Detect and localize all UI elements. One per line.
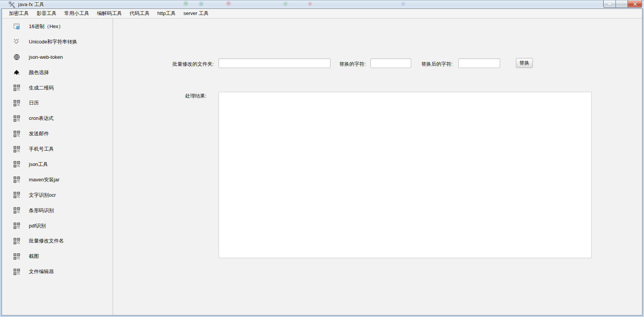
sidebar: 16进制（Hex） Unicode和字符串转换 json-web-token 颜… <box>2 18 112 315</box>
qr-code-icon <box>13 176 20 183</box>
qr-code-icon <box>13 192 20 198</box>
sidebar-item-generate-qrcode[interactable]: 生成二维码 <box>2 80 112 96</box>
window-controls <box>603 0 642 8</box>
qr-code-icon <box>13 146 20 153</box>
qr-code-icon <box>13 85 20 91</box>
main-panel: 批量修改的文件夹: 替换的字符: 替换后的字符: 替换 处理结果: <box>113 18 642 315</box>
qr-code-icon <box>13 222 20 229</box>
sidebar-item-ocr[interactable]: 文字识别ocr <box>2 188 112 203</box>
qr-code-icon <box>13 207 20 214</box>
menu-item-media-tools[interactable]: 影音工具 <box>33 9 60 18</box>
replace-chars-input[interactable] <box>458 58 500 68</box>
globe-icon <box>13 54 20 60</box>
sidebar-item-json-web-token[interactable]: json-web-token <box>2 50 112 65</box>
minimize-icon <box>608 3 611 5</box>
result-textarea[interactable] <box>219 92 592 258</box>
window-title: java-fx 工具 <box>18 1 44 8</box>
menu-bar: 加密工具 影音工具 常用小工具 编解码工具 代码工具 http工具 server… <box>2 9 642 18</box>
search-chars-label: 替换的字符: <box>339 61 366 68</box>
qr-code-icon <box>13 100 20 106</box>
sidebar-item-file-editor[interactable]: 文件编辑器 <box>2 264 112 279</box>
menu-item-encryption-tools[interactable]: 加密工具 <box>5 9 33 18</box>
sidebar-item-pdf-recognition[interactable]: pdf识别 <box>2 218 112 234</box>
sidebar-item-calendar[interactable]: 日历 <box>2 95 112 111</box>
titlebar[interactable]: java-fx 工具 <box>0 0 644 8</box>
crossed-tools-icon <box>8 1 15 8</box>
client-area: 加密工具 影音工具 常用小工具 编解码工具 代码工具 http工具 server… <box>2 8 642 315</box>
content-area: 16进制（Hex） Unicode和字符串转换 json-web-token 颜… <box>2 18 642 315</box>
qr-code-icon <box>13 238 20 244</box>
result-label: 处理结果: <box>185 93 207 100</box>
sidebar-item-phone-tools[interactable]: 手机号工具 <box>2 141 112 157</box>
minimize-button[interactable] <box>603 0 616 8</box>
paint-bucket-icon <box>13 69 20 76</box>
sidebar-item-cron-expression[interactable]: cron表达式 <box>2 111 112 126</box>
sidebar-item-screenshot[interactable]: 截图 <box>2 249 112 264</box>
sidebar-item-barcode-recognition[interactable]: 条形码识别 <box>2 203 112 218</box>
qr-code-icon <box>13 161 20 168</box>
close-icon <box>633 2 637 6</box>
sidebar-item-color-picker[interactable]: 颜色选择 <box>2 65 112 80</box>
qr-code-icon <box>13 131 20 137</box>
replace-button[interactable]: 替换 <box>516 58 533 68</box>
replace-chars-label: 替换后的字符: <box>421 61 453 68</box>
menu-item-server-tools[interactable]: server 工具 <box>180 9 213 18</box>
menu-item-code-tools[interactable]: 代码工具 <box>126 9 153 18</box>
menu-item-http-tools[interactable]: http工具 <box>153 9 180 18</box>
sidebar-item-hex[interactable]: 16进制（Hex） <box>2 19 112 34</box>
maximize-button[interactable] <box>616 0 628 8</box>
sidebar-item-unicode-convert[interactable]: Unicode和字符串转换 <box>2 34 112 50</box>
folder-input[interactable] <box>219 58 330 68</box>
maximize-icon <box>620 2 624 5</box>
sidebar-item-send-email[interactable]: 发送邮件 <box>2 126 112 141</box>
menu-item-codec-tools[interactable]: 编解码工具 <box>93 9 126 18</box>
window-frame: 加密工具 影音工具 常用小工具 编解码工具 代码工具 http工具 server… <box>0 8 644 317</box>
qr-code-icon <box>13 115 20 122</box>
folder-label: 批量修改的文件夹: <box>172 61 214 68</box>
qr-code-icon <box>13 269 20 275</box>
unicode-dots-icon <box>13 38 20 45</box>
menu-item-common-small-tools[interactable]: 常用小工具 <box>60 9 93 18</box>
close-button[interactable] <box>628 0 642 8</box>
search-chars-input[interactable] <box>370 58 411 68</box>
qr-code-icon <box>13 253 20 260</box>
sidebar-item-batch-rename-files[interactable]: 批量修改文件名 <box>2 233 112 249</box>
hex-calculator-icon <box>13 23 20 30</box>
sidebar-item-maven-install-jar[interactable]: maven安装jar <box>2 172 112 188</box>
sidebar-item-json-tools[interactable]: json工具 <box>2 157 112 172</box>
